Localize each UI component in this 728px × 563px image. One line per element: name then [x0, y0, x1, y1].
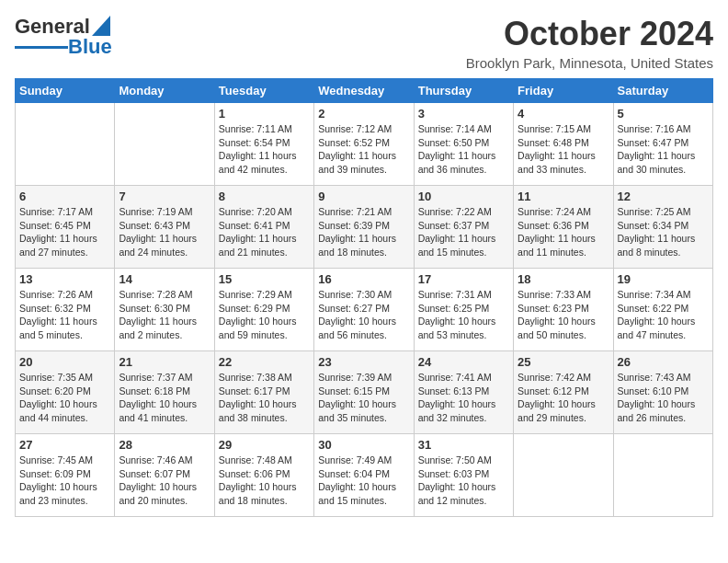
day-number: 26 [618, 355, 709, 369]
day-number: 1 [219, 107, 310, 121]
calendar-cell: 10Sunrise: 7:22 AM Sunset: 6:37 PM Dayli… [414, 186, 513, 269]
day-number: 10 [418, 190, 509, 203]
week-row-5: 27Sunrise: 7:45 AM Sunset: 6:09 PM Dayli… [16, 434, 713, 517]
day-number: 31 [418, 438, 509, 452]
day-number: 14 [119, 272, 210, 286]
day-number: 27 [19, 438, 110, 452]
day-info: Sunrise: 7:20 AM Sunset: 6:41 PM Dayligh… [219, 205, 310, 259]
day-number: 5 [618, 107, 709, 121]
calendar-cell [514, 434, 613, 517]
day-number: 12 [618, 190, 709, 203]
calendar-cell: 20Sunrise: 7:35 AM Sunset: 6:20 PM Dayli… [16, 351, 115, 434]
calendar-cell: 5Sunrise: 7:16 AM Sunset: 6:47 PM Daylig… [613, 103, 712, 186]
svg-marker-0 [92, 16, 110, 36]
week-row-3: 13Sunrise: 7:26 AM Sunset: 6:32 PM Dayli… [16, 269, 713, 351]
calendar-cell: 28Sunrise: 7:46 AM Sunset: 6:07 PM Dayli… [115, 434, 214, 517]
calendar-cell [115, 103, 214, 186]
weekday-header-sunday: Sunday [16, 79, 115, 103]
calendar-cell: 26Sunrise: 7:43 AM Sunset: 6:10 PM Dayli… [613, 351, 712, 434]
day-number: 18 [518, 272, 609, 286]
calendar-cell: 7Sunrise: 7:19 AM Sunset: 6:43 PM Daylig… [115, 186, 214, 269]
day-info: Sunrise: 7:19 AM Sunset: 6:43 PM Dayligh… [119, 205, 210, 259]
calendar-cell: 17Sunrise: 7:31 AM Sunset: 6:25 PM Dayli… [414, 269, 513, 351]
day-info: Sunrise: 7:25 AM Sunset: 6:34 PM Dayligh… [618, 205, 709, 259]
day-number: 8 [219, 190, 310, 203]
calendar-cell: 3Sunrise: 7:14 AM Sunset: 6:50 PM Daylig… [414, 103, 513, 186]
calendar-cell: 21Sunrise: 7:37 AM Sunset: 6:18 PM Dayli… [115, 351, 214, 434]
day-number: 23 [318, 355, 409, 369]
calendar-cell: 2Sunrise: 7:12 AM Sunset: 6:52 PM Daylig… [314, 103, 414, 186]
day-number: 3 [418, 107, 509, 121]
day-number: 4 [518, 107, 609, 121]
calendar-cell: 31Sunrise: 7:50 AM Sunset: 6:03 PM Dayli… [414, 434, 513, 517]
calendar-cell: 13Sunrise: 7:26 AM Sunset: 6:32 PM Dayli… [16, 269, 115, 351]
calendar-table: SundayMondayTuesdayWednesdayThursdayFrid… [15, 78, 713, 517]
day-number: 11 [518, 190, 609, 203]
location-subtitle: Brooklyn Park, Minnesota, United States [466, 55, 713, 71]
day-info: Sunrise: 7:26 AM Sunset: 6:32 PM Dayligh… [19, 288, 110, 342]
day-info: Sunrise: 7:28 AM Sunset: 6:30 PM Dayligh… [119, 288, 210, 342]
day-number: 25 [518, 355, 609, 369]
logo: General Blue [15, 15, 112, 59]
day-number: 22 [219, 355, 310, 369]
calendar-cell: 23Sunrise: 7:39 AM Sunset: 6:15 PM Dayli… [314, 351, 414, 434]
logo-blue: Blue [68, 35, 112, 59]
day-info: Sunrise: 7:30 AM Sunset: 6:27 PM Dayligh… [318, 288, 409, 342]
month-title: October 2024 [466, 15, 713, 53]
weekday-header-friday: Friday [514, 79, 613, 103]
day-number: 28 [119, 438, 210, 452]
calendar-cell [613, 434, 712, 517]
calendar-cell: 8Sunrise: 7:20 AM Sunset: 6:41 PM Daylig… [214, 186, 313, 269]
day-info: Sunrise: 7:41 AM Sunset: 6:13 PM Dayligh… [418, 371, 509, 425]
day-info: Sunrise: 7:29 AM Sunset: 6:29 PM Dayligh… [219, 288, 310, 342]
day-info: Sunrise: 7:35 AM Sunset: 6:20 PM Dayligh… [19, 371, 110, 425]
calendar-cell: 15Sunrise: 7:29 AM Sunset: 6:29 PM Dayli… [214, 269, 313, 351]
day-info: Sunrise: 7:50 AM Sunset: 6:03 PM Dayligh… [418, 454, 509, 508]
logo-underline [15, 46, 68, 49]
day-info: Sunrise: 7:31 AM Sunset: 6:25 PM Dayligh… [418, 288, 509, 342]
day-number: 19 [618, 272, 709, 286]
day-info: Sunrise: 7:16 AM Sunset: 6:47 PM Dayligh… [618, 122, 709, 177]
day-number: 15 [219, 272, 310, 286]
day-number: 9 [318, 190, 409, 203]
week-row-4: 20Sunrise: 7:35 AM Sunset: 6:20 PM Dayli… [16, 351, 713, 434]
calendar-cell: 18Sunrise: 7:33 AM Sunset: 6:23 PM Dayli… [514, 269, 613, 351]
calendar-cell: 29Sunrise: 7:48 AM Sunset: 6:06 PM Dayli… [214, 434, 313, 517]
day-info: Sunrise: 7:39 AM Sunset: 6:15 PM Dayligh… [318, 371, 409, 425]
day-number: 24 [418, 355, 509, 369]
day-info: Sunrise: 7:22 AM Sunset: 6:37 PM Dayligh… [418, 205, 509, 259]
day-info: Sunrise: 7:24 AM Sunset: 6:36 PM Dayligh… [518, 205, 609, 259]
day-number: 2 [318, 107, 409, 121]
day-info: Sunrise: 7:46 AM Sunset: 6:07 PM Dayligh… [119, 454, 210, 508]
page-header: General Blue October 2024 Brooklyn Park,… [15, 15, 713, 71]
day-info: Sunrise: 7:34 AM Sunset: 6:22 PM Dayligh… [618, 288, 709, 342]
week-row-2: 6Sunrise: 7:17 AM Sunset: 6:45 PM Daylig… [16, 186, 713, 269]
day-info: Sunrise: 7:42 AM Sunset: 6:12 PM Dayligh… [518, 371, 609, 425]
calendar-cell: 11Sunrise: 7:24 AM Sunset: 6:36 PM Dayli… [514, 186, 613, 269]
weekday-header-saturday: Saturday [613, 79, 712, 103]
weekday-header-tuesday: Tuesday [214, 79, 313, 103]
day-number: 20 [19, 355, 110, 369]
day-number: 13 [19, 272, 110, 286]
day-number: 6 [19, 190, 110, 203]
day-info: Sunrise: 7:15 AM Sunset: 6:48 PM Dayligh… [518, 122, 609, 177]
day-info: Sunrise: 7:21 AM Sunset: 6:39 PM Dayligh… [318, 205, 409, 259]
day-number: 30 [318, 438, 409, 452]
day-info: Sunrise: 7:17 AM Sunset: 6:45 PM Dayligh… [19, 205, 110, 259]
week-row-1: 1Sunrise: 7:11 AM Sunset: 6:54 PM Daylig… [16, 103, 713, 186]
title-block: October 2024 Brooklyn Park, Minnesota, U… [466, 15, 713, 71]
day-info: Sunrise: 7:11 AM Sunset: 6:54 PM Dayligh… [219, 122, 310, 177]
calendar-cell: 4Sunrise: 7:15 AM Sunset: 6:48 PM Daylig… [514, 103, 613, 186]
calendar-cell [16, 103, 115, 186]
calendar-cell: 19Sunrise: 7:34 AM Sunset: 6:22 PM Dayli… [613, 269, 712, 351]
calendar-cell: 30Sunrise: 7:49 AM Sunset: 6:04 PM Dayli… [314, 434, 414, 517]
weekday-header-thursday: Thursday [414, 79, 513, 103]
weekday-header-row: SundayMondayTuesdayWednesdayThursdayFrid… [16, 79, 713, 103]
day-info: Sunrise: 7:45 AM Sunset: 6:09 PM Dayligh… [19, 454, 110, 508]
calendar-cell: 22Sunrise: 7:38 AM Sunset: 6:17 PM Dayli… [214, 351, 313, 434]
day-info: Sunrise: 7:49 AM Sunset: 6:04 PM Dayligh… [318, 454, 409, 508]
day-info: Sunrise: 7:33 AM Sunset: 6:23 PM Dayligh… [518, 288, 609, 342]
day-info: Sunrise: 7:38 AM Sunset: 6:17 PM Dayligh… [219, 371, 310, 425]
weekday-header-monday: Monday [115, 79, 214, 103]
day-info: Sunrise: 7:12 AM Sunset: 6:52 PM Dayligh… [318, 122, 409, 177]
